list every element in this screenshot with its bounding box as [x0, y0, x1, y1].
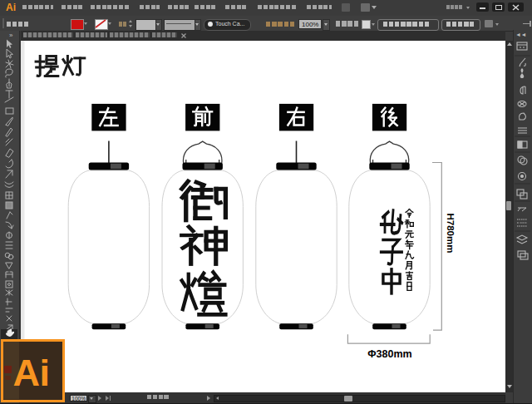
svg-text:Ai: Ai — [13, 352, 50, 394]
svg-text:Φ380mm: Φ380mm — [367, 347, 411, 359]
svg-text:H780mm: H780mm — [446, 213, 456, 253]
